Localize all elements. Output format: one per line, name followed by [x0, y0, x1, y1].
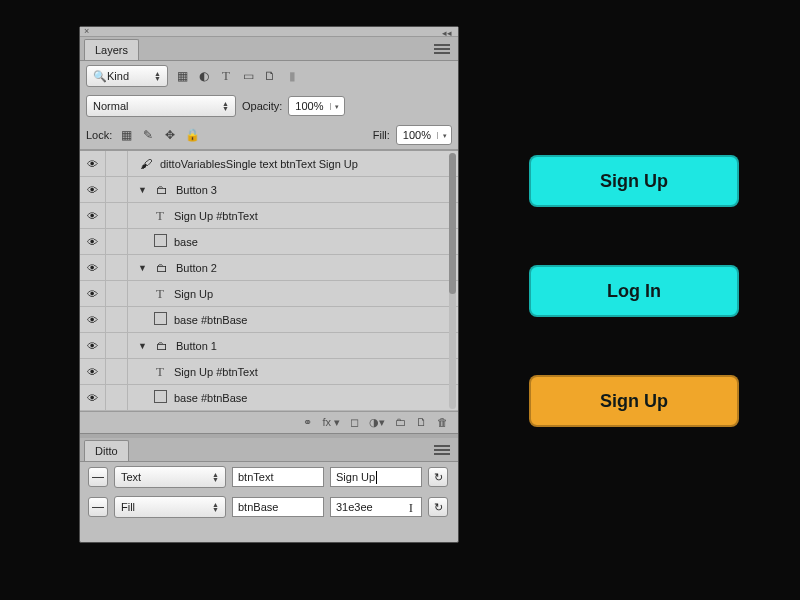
filter-pixel-icon[interactable]: ▦	[174, 68, 190, 84]
lock-cell[interactable]	[106, 151, 128, 176]
type-layer-icon: T	[152, 286, 168, 302]
lock-cell[interactable]	[106, 177, 128, 202]
fx-icon[interactable]: fx ▾	[322, 416, 340, 429]
layer-row[interactable]: 👁bg	[80, 411, 458, 412]
filter-smart-icon[interactable]: 🗋	[262, 68, 278, 84]
ditto-var-input[interactable]: btnBase	[232, 497, 324, 517]
visibility-icon[interactable]: 👁	[80, 255, 106, 280]
lock-cell[interactable]	[106, 385, 128, 410]
mask-icon[interactable]: ◻	[350, 416, 359, 429]
layer-row[interactable]: 👁base #btnBase	[80, 307, 458, 333]
shape-layer-icon	[152, 312, 168, 327]
tab-ditto[interactable]: Ditto	[84, 440, 129, 461]
opacity-input[interactable]: 100%▾	[288, 96, 344, 116]
layer-row[interactable]: 👁base #btnBase	[80, 385, 458, 411]
visibility-icon[interactable]: 👁	[80, 411, 106, 412]
lock-cell[interactable]	[106, 203, 128, 228]
shape-layer-icon	[152, 234, 168, 249]
disclosure-icon[interactable]: ▼	[138, 341, 148, 351]
layer-content: TSign Up	[128, 286, 458, 302]
visibility-icon[interactable]: 👁	[80, 203, 106, 228]
link-layers-icon[interactable]: ⚭	[303, 416, 312, 429]
lock-cell[interactable]	[106, 281, 128, 306]
fill-label: Fill:	[373, 129, 390, 141]
preview-button[interactable]: Sign Up	[529, 375, 739, 427]
fill-input[interactable]: 100%▾	[396, 125, 452, 145]
filter-type-icon[interactable]: T	[218, 68, 234, 84]
folder-icon: 🗀	[154, 261, 170, 275]
panel-menu-icon[interactable]	[434, 43, 450, 55]
layer-row[interactable]: 👁TSign Up	[80, 281, 458, 307]
trash-icon[interactable]: 🗑	[437, 416, 448, 429]
group-icon[interactable]: 🗀	[395, 416, 406, 429]
layer-content: 🖌dittoVariablesSingle text btnText Sign …	[128, 157, 458, 171]
remove-button[interactable]: —	[88, 497, 108, 517]
close-icon[interactable]: ×	[84, 26, 89, 36]
type-layer-icon: T	[152, 364, 168, 380]
layer-row[interactable]: 👁TSign Up #btnText	[80, 359, 458, 385]
ditto-value-input[interactable]: 31e3eeI	[330, 497, 422, 517]
lock-cell[interactable]	[106, 411, 128, 412]
layer-name: Button 1	[176, 340, 217, 352]
lock-pixels-icon[interactable]: ✎	[140, 127, 156, 143]
lock-position-icon[interactable]: ✥	[162, 127, 178, 143]
filter-shape-icon[interactable]: ▭	[240, 68, 256, 84]
lock-cell[interactable]	[106, 255, 128, 280]
lock-cell[interactable]	[106, 359, 128, 384]
lock-all-icon[interactable]: 🔒	[184, 127, 200, 143]
scrollbar[interactable]	[449, 153, 456, 409]
blend-mode-select[interactable]: Normal ▲▼	[86, 95, 236, 117]
lock-cell[interactable]	[106, 307, 128, 332]
panel-titlebar[interactable]: × ◂◂	[80, 27, 458, 37]
remove-button[interactable]: —	[88, 467, 108, 487]
layer-row[interactable]: 👁base	[80, 229, 458, 255]
ditto-tabbar: Ditto	[80, 438, 458, 462]
visibility-icon[interactable]: 👁	[80, 359, 106, 384]
visibility-icon[interactable]: 👁	[80, 229, 106, 254]
lock-cell[interactable]	[106, 333, 128, 358]
layer-row[interactable]: 👁TSign Up #btnText	[80, 203, 458, 229]
collapse-icon[interactable]: ◂◂	[442, 28, 452, 38]
layer-name: base	[174, 236, 198, 248]
ditto-row: —Fill▲▼btnBase31e3eeI↻	[80, 492, 458, 522]
ditto-type-select[interactable]: Text▲▼	[114, 466, 226, 488]
ditto-value-input[interactable]: Sign Up	[330, 467, 422, 487]
type-layer-icon: T	[152, 208, 168, 224]
disclosure-icon[interactable]: ▼	[138, 263, 148, 273]
disclosure-icon[interactable]: ▼	[138, 185, 148, 195]
filter-toggle-icon[interactable]: ▮	[284, 68, 300, 84]
visibility-icon[interactable]: 👁	[80, 177, 106, 202]
layer-content: base #btnBase	[128, 312, 458, 327]
adjustment-icon[interactable]: ◑▾	[369, 416, 385, 429]
filter-adjust-icon[interactable]: ◐	[196, 68, 212, 84]
visibility-icon[interactable]: 👁	[80, 151, 106, 176]
layer-row[interactable]: 👁▼🗀Button 2	[80, 255, 458, 281]
layer-row[interactable]: 👁▼🗀Button 1	[80, 333, 458, 359]
layer-content: base #btnBase	[128, 390, 458, 405]
lock-transparent-icon[interactable]: ▦	[118, 127, 134, 143]
visibility-icon[interactable]: 👁	[80, 281, 106, 306]
layer-content: ▼🗀Button 2	[128, 261, 458, 275]
visibility-icon[interactable]: 👁	[80, 385, 106, 410]
filter-kind-select[interactable]: 🔍Kind ▲▼	[86, 65, 168, 87]
preview-button[interactable]: Log In	[529, 265, 739, 317]
layer-row[interactable]: 👁🖌dittoVariablesSingle text btnText Sign…	[80, 151, 458, 177]
ditto-var-input[interactable]: btnText	[232, 467, 324, 487]
tab-layers[interactable]: Layers	[84, 39, 139, 60]
lock-cell[interactable]	[106, 229, 128, 254]
new-layer-icon[interactable]: 🗋	[416, 416, 427, 429]
layer-name: base #btnBase	[174, 392, 247, 404]
ditto-type-select[interactable]: Fill▲▼	[114, 496, 226, 518]
refresh-button[interactable]: ↻	[428, 497, 448, 517]
visibility-icon[interactable]: 👁	[80, 333, 106, 358]
ditto-menu-icon[interactable]	[434, 444, 450, 456]
preview-button[interactable]: Sign Up	[529, 155, 739, 207]
layer-row[interactable]: 👁▼🗀Button 3	[80, 177, 458, 203]
layer-name: Sign Up #btnText	[174, 210, 258, 222]
layer-content: base	[128, 234, 458, 249]
blend-row: Normal ▲▼ Opacity: 100%▾	[80, 91, 458, 121]
visibility-icon[interactable]: 👁	[80, 307, 106, 332]
refresh-button[interactable]: ↻	[428, 467, 448, 487]
layer-name: Sign Up #btnText	[174, 366, 258, 378]
layer-name: Sign Up	[174, 288, 213, 300]
